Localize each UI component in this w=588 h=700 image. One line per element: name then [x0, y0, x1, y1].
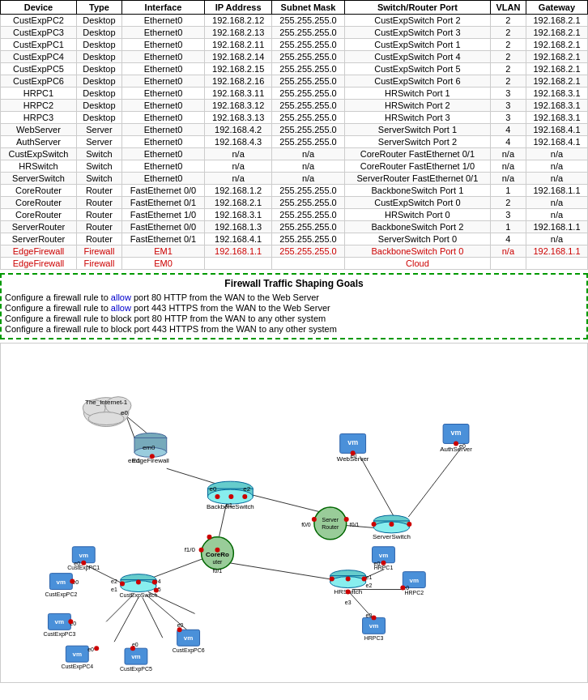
table-cell: 192.168.2.1 — [526, 39, 587, 51]
table-row: CustExpPC3DesktopEthernet0192.168.2.1325… — [1, 27, 588, 39]
svg-text:vm: vm — [184, 634, 194, 642]
table-cell: Router — [76, 209, 121, 221]
table-cell: Server — [76, 136, 121, 148]
svg-text:CustExpSwitch: CustExpSwitch — [120, 593, 158, 600]
table-cell: n/a — [272, 160, 345, 173]
table-cell: Desktop — [76, 88, 121, 100]
svg-text:uter: uter — [212, 559, 223, 565]
svg-point-134 — [381, 561, 386, 566]
table-cell: HRSwitch Port 0 — [344, 209, 490, 221]
svg-point-93 — [81, 561, 86, 566]
table-cell: n/a — [490, 173, 526, 185]
table-cell: CustExpSwitch Port 3 — [344, 27, 490, 39]
svg-text:e1: e1 — [366, 574, 373, 580]
table-cell: CustExpSwitch Port 1 — [344, 39, 490, 51]
svg-text:e2: e2 — [366, 583, 373, 588]
table-row: CustExpPC1DesktopEthernet0192.168.2.1125… — [1, 39, 588, 51]
svg-point-88 — [154, 588, 159, 593]
svg-text:CustExpPC5: CustExpPC5 — [120, 666, 152, 672]
table-cell: n/a — [526, 233, 587, 245]
svg-point-51 — [215, 548, 219, 553]
table-cell: 255.255.255.0 — [272, 136, 345, 148]
svg-point-52 — [207, 535, 212, 540]
table-cell: 3 — [490, 112, 526, 124]
table-cell: 192.168.4.1 — [526, 124, 587, 136]
table-cell: 192.168.2.15 — [205, 63, 272, 75]
table-cell: 255.255.255.0 — [272, 88, 345, 100]
svg-text:em0: em0 — [143, 444, 156, 451]
table-cell: CoreRouter FastEthernet 0/1 — [344, 148, 490, 160]
network-table: DeviceTypeInterfaceIP AddressSubnet Mask… — [0, 0, 588, 270]
svg-text:e2: e2 — [111, 578, 117, 584]
table-cell: 255.255.255.0 — [272, 51, 345, 63]
table-cell: Ethernet0 — [121, 160, 204, 173]
table-cell: 192.168.2.16 — [205, 75, 272, 88]
svg-point-34 — [150, 454, 155, 459]
svg-text:e0: e0 — [210, 485, 217, 493]
table-cell: ServerRouter — [1, 221, 77, 233]
svg-text:e0: e0 — [366, 612, 373, 618]
table-cell: HRPC2 — [1, 100, 77, 112]
table-cell: Cloud — [344, 258, 490, 270]
table-cell: 192.168.3.11 — [205, 88, 272, 100]
firewall-rule: Configure a firewall rule to block port … — [5, 314, 583, 323]
table-cell: Ethernet0 — [121, 63, 204, 75]
svg-point-50 — [199, 548, 204, 553]
table-cell: CustExpSwitch Port 2 — [344, 15, 490, 27]
svg-point-98 — [70, 579, 75, 584]
table-cell: 192.168.1.3 — [205, 221, 272, 233]
table-cell: CustExpSwitch Port 5 — [344, 63, 490, 75]
svg-point-108 — [94, 646, 99, 651]
firewall-rule: Configure a firewall rule to block port … — [5, 324, 583, 334]
table-cell — [205, 258, 272, 270]
svg-point-139 — [400, 586, 405, 591]
svg-text:vm: vm — [451, 429, 462, 437]
table-cell: FastEthernet 0/1 — [121, 233, 204, 245]
table-cell: Router — [76, 185, 121, 197]
table-cell: Router — [76, 197, 121, 209]
svg-point-58 — [312, 517, 317, 522]
svg-text:vm: vm — [57, 578, 66, 586]
table-cell: 192.168.1.1 — [526, 185, 587, 197]
svg-point-76 — [454, 441, 458, 446]
table-cell: n/a — [490, 160, 526, 173]
table-cell: 192.168.2.1 — [526, 75, 587, 88]
table-cell: HRSwitch — [1, 160, 77, 173]
table-cell: n/a — [526, 148, 587, 160]
svg-point-43 — [228, 494, 233, 499]
table-cell: 192.168.3.1 — [205, 209, 272, 221]
svg-text:CustExpPC6: CustExpPC6 — [173, 647, 205, 654]
table-row: HRPC3DesktopEthernet0192.168.3.13255.255… — [1, 112, 588, 124]
table-cell: EdgeFirewall — [1, 245, 77, 258]
table-row: EdgeFirewallFirewallEM1192.168.1.1255.25… — [1, 245, 588, 258]
table-cell: n/a — [526, 209, 587, 221]
svg-point-144 — [372, 615, 377, 620]
svg-line-12 — [114, 598, 138, 642]
table-cell: 192.168.2.12 — [205, 15, 272, 27]
table-cell: Switch — [76, 148, 121, 160]
firewall-goals-title: Firewall Traffic Shaping Goals — [5, 278, 583, 289]
table-cell: ServerSwitch Port 1 — [344, 124, 490, 136]
svg-point-87 — [152, 580, 157, 585]
svg-text:e0: e0 — [87, 647, 94, 652]
svg-point-113 — [130, 646, 135, 651]
table-cell: 1 — [490, 185, 526, 197]
table-cell: Desktop — [76, 39, 121, 51]
table-cell: Desktop — [76, 27, 121, 39]
table-cell: 255.255.255.0 — [272, 27, 345, 39]
table-cell: 192.168.4.1 — [205, 233, 272, 245]
svg-text:Server: Server — [322, 517, 339, 523]
table-cell: 192.168.2.13 — [205, 27, 272, 39]
table-cell: Ethernet0 — [121, 136, 204, 148]
svg-text:vm: vm — [131, 653, 141, 660]
table-cell: CoreRouter FastEthernet 1/0 — [344, 160, 490, 173]
table-cell: 192.168.2.14 — [205, 51, 272, 63]
table-header-gateway: Gateway — [526, 1, 587, 15]
table-row: CustExpPC2DesktopEthernet0192.168.2.1225… — [1, 15, 588, 27]
table-cell: CustExpPC3 — [1, 27, 77, 39]
svg-line-13 — [143, 598, 163, 638]
table-cell: AuthServer — [1, 136, 77, 148]
table-cell: HRSwitch Port 3 — [344, 112, 490, 124]
table-cell: 192.168.3.12 — [205, 100, 272, 112]
svg-point-128 — [362, 577, 367, 582]
